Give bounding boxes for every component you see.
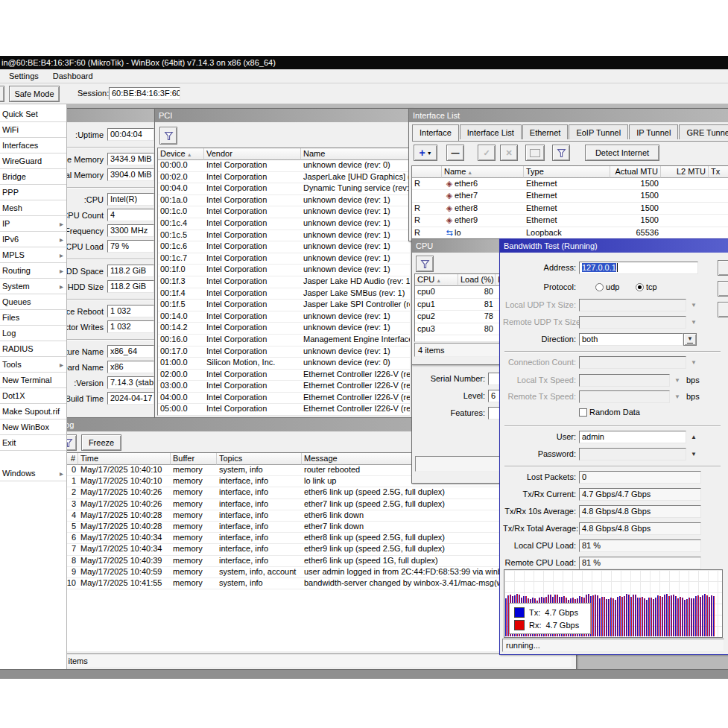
- column-header-buffer[interactable]: Buffer: [171, 453, 217, 465]
- table-row[interactable]: 00:00.0Intel Corporationunknown device (…: [158, 160, 410, 172]
- column-header-name[interactable]: Name: [301, 148, 410, 160]
- column-header-name[interactable]: Name▲: [442, 166, 524, 178]
- remove-interface-button[interactable]: —: [446, 145, 464, 161]
- table-row[interactable]: 00:02.0Intel CorporationJasperLake [UHD …: [158, 172, 410, 184]
- sidebar-item-files[interactable]: Files: [0, 310, 66, 326]
- column-header-cpu[interactable]: CPU▲: [415, 274, 458, 286]
- table-row[interactable]: cpu380: [415, 323, 507, 336]
- table-row[interactable]: 00:1c.6Intel Corporationunknown device (…: [158, 241, 410, 253]
- toolbar-cut-button[interactable]: [0, 86, 4, 102]
- tab-eoip-tunnel[interactable]: EoIP Tunnel: [569, 124, 628, 139]
- table-row[interactable]: 05:00.0Intel CorporationEthernet Control…: [158, 404, 410, 416]
- sidebar-item-log[interactable]: Log: [0, 326, 66, 341]
- table-row[interactable]: 00:1a.0Intel Corporationunknown device (…: [158, 195, 410, 207]
- user-input[interactable]: admin: [579, 431, 686, 443]
- table-row[interactable]: 01:00.0Silicon Motion, Inc.unknown devic…: [158, 358, 410, 370]
- sidebar-item-queues[interactable]: Queues: [0, 294, 66, 310]
- bw-cut-button-2[interactable]: [718, 281, 728, 297]
- table-row[interactable]: cpu278: [415, 311, 507, 323]
- sidebar-item-dot1x[interactable]: Dot1X: [0, 388, 66, 404]
- table-row[interactable]: 3May/17/2025 10:40:26memoryinterface, in…: [48, 499, 573, 510]
- table-row[interactable]: 00:14.2Intel Corporationunknown device (…: [158, 323, 410, 335]
- column-header-l2-mtu[interactable]: L2 MTU: [661, 166, 709, 178]
- table-row[interactable]: 00:14.0Intel Corporationunknown device (…: [158, 311, 410, 323]
- safe-mode-button[interactable]: Safe Mode: [9, 86, 60, 102]
- table-row[interactable]: 4May/17/2025 10:40:28memoryinterface, in…: [48, 510, 573, 522]
- tab-gre-tunnel[interactable]: GRE Tunnel: [679, 124, 728, 139]
- remote-udp-size-input[interactable]: [579, 316, 686, 329]
- table-row[interactable]: 00:16.0Intel CorporationManagement Engin…: [158, 335, 410, 346]
- column-header-type[interactable]: Type: [524, 166, 610, 178]
- direction-dropdown-button[interactable]: ▼: [683, 333, 697, 346]
- sidebar-item-ppp[interactable]: PPP: [0, 185, 66, 200]
- table-row[interactable]: 6May/17/2025 10:40:34memoryinterface, in…: [48, 533, 573, 544]
- column-header-load[interactable]: Load (%): [458, 274, 496, 286]
- column-header-device[interactable]: Device▲: [158, 148, 204, 160]
- log-freeze-button[interactable]: Freeze: [81, 434, 121, 451]
- tab-ethernet[interactable]: Ethernet: [522, 124, 569, 139]
- sidebar-item-system[interactable]: System▸: [0, 279, 66, 294]
- table-row[interactable]: 00:1c.0Intel Corporationunknown device (…: [158, 206, 410, 218]
- cpu-filter-button[interactable]: [416, 256, 434, 272]
- table-row[interactable]: 00:1c.4Intel Corporationunknown device (…: [158, 218, 410, 230]
- sidebar-item-make-supout-rif[interactable]: Make Supout.rif: [0, 404, 66, 420]
- tab-ip-tunnel[interactable]: IP Tunnel: [629, 124, 678, 139]
- sidebar-item-radius[interactable]: RADIUS: [0, 341, 66, 357]
- tab-interface-list[interactable]: Interface List: [460, 124, 522, 139]
- pci-titlebar[interactable]: PCI: [155, 109, 412, 122]
- sidebar-item-mesh[interactable]: Mesh: [0, 200, 66, 216]
- sidebar-item-windows[interactable]: Windows▸: [0, 466, 66, 481]
- table-row[interactable]: ◈ether7Ethernet1500: [412, 190, 728, 202]
- session-input[interactable]: 60:BE:B4:16:3F:60: [109, 87, 180, 100]
- column-header-flag[interactable]: [412, 166, 442, 178]
- column-header-tx[interactable]: Tx: [709, 166, 728, 178]
- remote-tx-dropdown-icon[interactable]: ▼: [674, 390, 680, 403]
- table-row[interactable]: cpu080: [415, 286, 507, 299]
- table-row[interactable]: cpu181: [415, 299, 507, 311]
- random-data-checkbox[interactable]: Random Data: [579, 408, 640, 417]
- table-row[interactable]: 5May/17/2025 10:40:28memoryinterface, in…: [48, 522, 573, 533]
- column-header-time[interactable]: Time: [78, 453, 171, 465]
- password-expand-icon[interactable]: ▼: [691, 448, 697, 460]
- sidebar-item-new-winbox[interactable]: New WinBox: [0, 420, 66, 435]
- table-row[interactable]: R◈ether8Ethernet1500: [412, 203, 728, 215]
- table-row[interactable]: 00:1f.0Intel Corporationunknown device (…: [158, 265, 410, 276]
- table-row[interactable]: 00:1c.7Intel Corporationunknown device (…: [158, 253, 410, 265]
- table-row[interactable]: 00:17.0Intel Corporationunknown device (…: [158, 346, 410, 358]
- local-udp-dropdown-icon[interactable]: ▼: [691, 299, 697, 311]
- local-tx-dropdown-icon[interactable]: ▼: [674, 374, 680, 387]
- tab-interface[interactable]: Interface: [412, 124, 459, 141]
- bw-cut-button-3[interactable]: [718, 302, 728, 317]
- remote-udp-dropdown-icon[interactable]: ▼: [691, 316, 697, 329]
- menu-dashboard[interactable]: Dashboard: [53, 72, 93, 80]
- table-row[interactable]: 2May/17/2025 10:40:26memoryinterface, in…: [48, 487, 573, 498]
- table-row[interactable]: 03:00.0Intel CorporationEthernet Control…: [158, 381, 410, 393]
- sidebar-item-quick-set[interactable]: Quick Set: [0, 107, 66, 122]
- interface-filter-button[interactable]: [552, 145, 570, 161]
- table-row[interactable]: R⇆loLoopback65536: [412, 227, 728, 239]
- pci-filter-button[interactable]: [159, 127, 177, 145]
- sidebar-item-exit[interactable]: Exit: [0, 435, 66, 451]
- table-row[interactable]: 00:04.0Intel CorporationDynamic Tuning s…: [158, 183, 410, 195]
- protocol-udp-radio[interactable]: udp: [595, 282, 619, 291]
- sidebar-item-wifi[interactable]: WiFi: [0, 122, 66, 138]
- bw-cut-button-1[interactable]: [718, 260, 728, 276]
- table-row[interactable]: 10May/17/2025 10:41:55memorysystem, info…: [48, 578, 573, 589]
- sidebar-item-wireguard[interactable]: WireGuard: [0, 153, 66, 169]
- address-input[interactable]: 127.0.0.1: [579, 262, 698, 274]
- enable-interface-button[interactable]: ✓: [478, 145, 496, 161]
- table-row[interactable]: 8May/17/2025 10:40:39memoryinterface, in…: [48, 556, 573, 567]
- sidebar-item-mpls[interactable]: MPLS▸: [0, 247, 66, 263]
- table-row[interactable]: R◈ether6Ethernet1500: [412, 178, 728, 190]
- cpu-titlebar[interactable]: CPU: [412, 239, 509, 253]
- sidebar-item-new-terminal[interactable]: New Terminal: [0, 373, 66, 388]
- local-tx-speed-input[interactable]: [579, 374, 670, 387]
- add-interface-button[interactable]: +▼: [414, 145, 437, 161]
- main-titlebar[interactable]: in@60:BE:B4:16:3F:60 (MikroTik) - WinBox…: [0, 56, 728, 69]
- table-row[interactable]: 04:00.0Intel CorporationEthernet Control…: [158, 393, 410, 405]
- protocol-tcp-radio[interactable]: tcp: [636, 282, 657, 291]
- sidebar-item-ip[interactable]: IP▸: [0, 216, 66, 232]
- comment-button[interactable]: [525, 145, 545, 161]
- password-input[interactable]: [579, 448, 686, 460]
- table-row[interactable]: 9May/17/2025 10:40:59memorysystem, info,…: [48, 567, 573, 578]
